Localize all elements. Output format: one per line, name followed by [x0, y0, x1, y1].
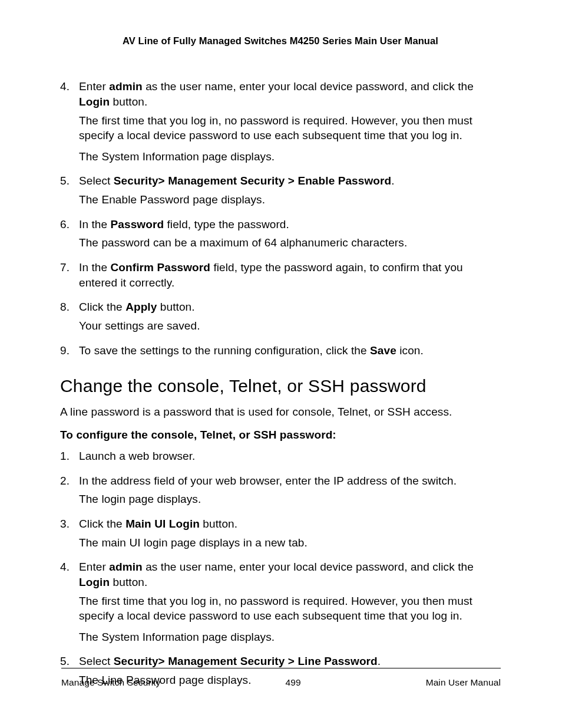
steps-list-b: 1.Launch a web browser.2.In the address … [60, 449, 501, 688]
step-number: 8. [60, 299, 70, 315]
step-number: 3. [60, 516, 70, 532]
step-text: Launch a web browser. [79, 449, 501, 464]
bold-text: Login [79, 95, 110, 108]
steps-list-a: 4.Enter admin as the user name, enter yo… [60, 79, 501, 358]
step-item: 5.Select Security> Management Security >… [60, 173, 501, 207]
step-item: 4.Enter admin as the user name, enter yo… [60, 559, 501, 644]
footer-right: Main User Manual [426, 677, 501, 689]
step-text: Enter admin as the user name, enter your… [79, 79, 501, 109]
step-item: 7.In the Confirm Password field, type th… [60, 260, 501, 290]
bold-text: Login [79, 576, 110, 588]
step-number: 7. [60, 260, 70, 275]
bold-text: admin [109, 561, 142, 573]
step-text: To save the settings to the running conf… [79, 343, 501, 358]
footer-rule [61, 668, 501, 668]
step-number: 9. [60, 343, 70, 358]
step-text: In the address field of your web browser… [79, 473, 501, 489]
step-number: 2. [60, 473, 70, 489]
step-item: 6.In the Password field, type the passwo… [60, 217, 501, 251]
step-item: 8.Click the Apply button.Your settings a… [60, 299, 501, 333]
bold-text: Main UI Login [125, 518, 200, 530]
bold-text: Save [370, 344, 396, 357]
step-paragraph: The System Information page displays. [79, 630, 501, 645]
bold-text: admin [109, 80, 142, 93]
step-number: 4. [60, 559, 70, 575]
bold-text: Apply [125, 301, 157, 313]
bold-text: Password [111, 218, 164, 230]
step-number: 5. [60, 173, 70, 189]
step-text: Click the Main UI Login button. [79, 516, 501, 532]
page: AV Line of Fully Managed Switches M4250 … [0, 0, 562, 728]
step-number: 6. [60, 217, 70, 232]
step-text: Select Security> Management Security > L… [79, 654, 501, 669]
step-text: Select Security> Management Security > E… [79, 173, 501, 189]
footer-page-number: 499 [285, 677, 300, 689]
bold-text: Security> Management Security > Line Pas… [114, 655, 378, 667]
section-heading: Change the console, Telnet, or SSH passw… [60, 374, 501, 398]
step-text: Enter admin as the user name, enter your… [79, 559, 501, 589]
bold-text: Security> Management Security > Enable P… [114, 174, 391, 187]
header-title: AV Line of Fully Managed Switches M4250 … [123, 35, 438, 46]
step-item: 3.Click the Main UI Login button.The mai… [60, 516, 501, 550]
step-text: In the Confirm Password field, type the … [79, 260, 501, 290]
section-intro: A line password is a password that is us… [60, 404, 501, 420]
step-number: 5. [60, 654, 70, 669]
step-item: 9.To save the settings to the running co… [60, 343, 501, 358]
step-paragraph: The first time that you log in, no passw… [79, 594, 501, 624]
step-paragraph: The login page displays. [79, 492, 501, 507]
step-item: 2.In the address field of your web brows… [60, 473, 501, 507]
step-paragraph: The first time that you log in, no passw… [79, 113, 501, 143]
step-number: 4. [60, 79, 70, 94]
step-item: 1.Launch a web browser. [60, 449, 501, 464]
step-item: 4.Enter admin as the user name, enter yo… [60, 79, 501, 164]
step-text: In the Password field, type the password… [79, 217, 501, 232]
step-number: 1. [60, 449, 70, 464]
step-paragraph: Your settings are saved. [79, 318, 501, 334]
page-footer: Manage Switch Security 499 Main User Man… [61, 668, 501, 689]
footer-row: Manage Switch Security 499 Main User Man… [61, 677, 501, 689]
step-paragraph: The main UI login page displays in a new… [79, 535, 501, 551]
page-header: AV Line of Fully Managed Switches M4250 … [60, 34, 501, 47]
step-paragraph: The password can be a maximum of 64 alph… [79, 235, 501, 251]
step-paragraph: The Enable Password page displays. [79, 192, 501, 207]
section-subhead: To configure the console, Telnet, or SSH… [60, 427, 501, 443]
step-text: Click the Apply button. [79, 299, 501, 315]
bold-text: Confirm Password [111, 261, 210, 274]
footer-left: Manage Switch Security [61, 677, 160, 689]
step-paragraph: The System Information page displays. [79, 149, 501, 164]
